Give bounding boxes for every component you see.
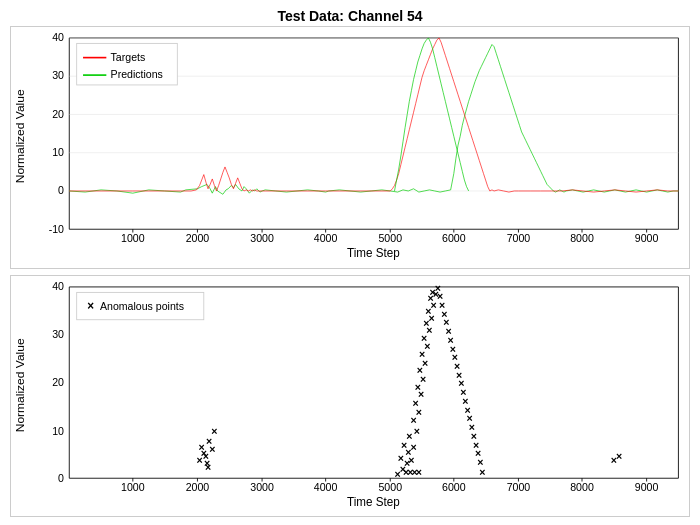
main-container: Test Data: Channel 54 40 30 20 10 0 [0,0,700,525]
svg-text:×: × [430,285,436,297]
svg-text:×: × [408,453,414,465]
svg-text:30: 30 [52,69,64,81]
svg-text:1000: 1000 [121,232,145,244]
svg-text:8000: 8000 [570,232,594,244]
svg-text:×: × [406,429,412,441]
svg-text:9000: 9000 [635,232,659,244]
svg-text:Normalized Value: Normalized Value [13,337,27,431]
svg-text:×: × [209,442,215,454]
svg-text:×: × [398,451,404,463]
svg-text:Predictions: Predictions [111,68,163,80]
svg-text:5000: 5000 [378,232,402,244]
svg-text:10: 10 [52,146,64,158]
svg-text:6000: 6000 [442,481,466,493]
svg-text:×: × [87,298,94,312]
svg-text:3000: 3000 [250,232,274,244]
svg-text:6000: 6000 [442,232,466,244]
svg-text:Time Step: Time Step [347,245,400,259]
svg-text:×: × [479,465,485,477]
svg-text:4000: 4000 [314,232,338,244]
svg-text:Targets: Targets [111,51,146,63]
svg-text:Time Step: Time Step [347,494,400,508]
svg-text:40: 40 [52,280,64,292]
svg-text:30: 30 [52,328,64,340]
svg-text:9000: 9000 [635,481,659,493]
svg-text:4000: 4000 [314,481,338,493]
svg-text:×: × [205,460,211,472]
svg-text:5000: 5000 [378,481,402,493]
svg-text:8000: 8000 [570,481,594,493]
svg-text:×: × [410,440,416,452]
svg-text:×: × [416,465,422,477]
svg-text:0: 0 [58,184,64,196]
svg-text:7000: 7000 [507,232,531,244]
top-chart: 40 30 20 10 0 -10 1000 2000 3000 4000 50… [10,26,690,269]
bottom-chart-svg: 40 30 20 10 0 1000 2000 3000 4000 5000 6… [11,276,689,517]
svg-text:3000: 3000 [250,481,274,493]
svg-text:Normalized Value: Normalized Value [13,89,27,183]
svg-text:-10: -10 [49,222,64,234]
svg-text:7000: 7000 [507,481,531,493]
anomalous-points: × × × × × × × × × × × × × × × × × × × [196,282,622,480]
svg-text:20: 20 [52,108,64,120]
svg-text:10: 10 [52,424,64,436]
svg-text:20: 20 [52,376,64,388]
svg-text:2000: 2000 [186,481,210,493]
svg-text:Anomalous points: Anomalous points [100,299,184,311]
bottom-chart: 40 30 20 10 0 1000 2000 3000 4000 5000 6… [10,275,690,518]
svg-text:×: × [414,424,420,436]
svg-text:×: × [616,449,622,461]
chart-title: Test Data: Channel 54 [10,8,690,24]
svg-text:40: 40 [52,31,64,43]
svg-text:0: 0 [58,471,64,483]
svg-text:×: × [211,424,217,436]
svg-text:1000: 1000 [121,481,145,493]
top-chart-svg: 40 30 20 10 0 -10 1000 2000 3000 4000 50… [11,27,689,268]
svg-text:2000: 2000 [186,232,210,244]
